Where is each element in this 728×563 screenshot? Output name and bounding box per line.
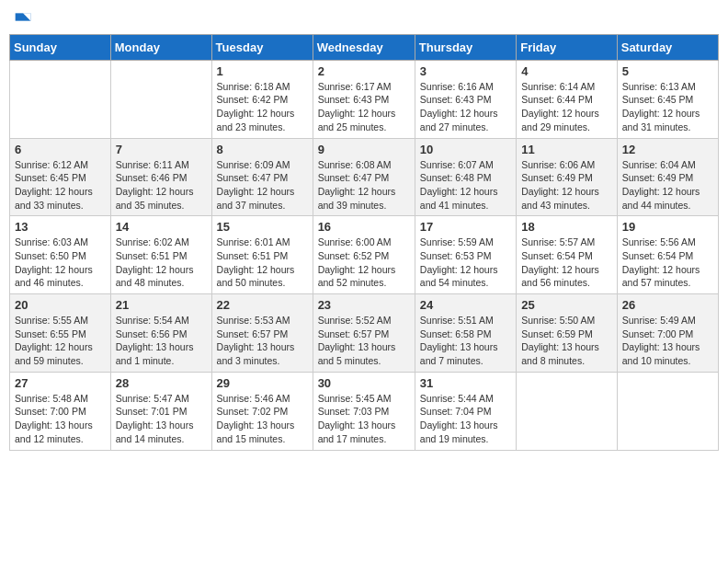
- calendar-cell: 2Sunrise: 6:17 AM Sunset: 6:43 PM Daylig…: [313, 60, 415, 138]
- day-number: 24: [420, 298, 511, 312]
- weekday-header-saturday: Saturday: [617, 34, 718, 60]
- day-info: Sunrise: 6:01 AM Sunset: 6:51 PM Dayligh…: [217, 236, 308, 290]
- day-info: Sunrise: 6:16 AM Sunset: 6:43 PM Dayligh…: [420, 80, 511, 134]
- day-number: 31: [420, 376, 511, 390]
- day-number: 28: [116, 376, 207, 390]
- day-number: 14: [116, 220, 207, 234]
- calendar-cell: [517, 372, 618, 450]
- calendar-cell: 8Sunrise: 6:09 AM Sunset: 6:47 PM Daylig…: [211, 138, 313, 216]
- day-info: Sunrise: 6:14 AM Sunset: 6:44 PM Dayligh…: [521, 80, 612, 134]
- calendar-cell: 6Sunrise: 6:12 AM Sunset: 6:45 PM Daylig…: [10, 138, 111, 216]
- calendar-cell: 18Sunrise: 5:57 AM Sunset: 6:54 PM Dayli…: [517, 216, 618, 294]
- weekday-header-wednesday: Wednesday: [313, 34, 415, 60]
- day-number: 3: [420, 64, 511, 78]
- logo-general-text: [13, 9, 32, 29]
- day-info: Sunrise: 6:17 AM Sunset: 6:43 PM Dayligh…: [318, 80, 410, 134]
- day-info: Sunrise: 6:13 AM Sunset: 6:45 PM Dayligh…: [622, 80, 713, 134]
- day-number: 18: [521, 220, 612, 234]
- calendar-cell: 21Sunrise: 5:54 AM Sunset: 6:56 PM Dayli…: [110, 294, 211, 373]
- calendar-cell: 24Sunrise: 5:51 AM Sunset: 6:58 PM Dayli…: [415, 294, 516, 373]
- calendar-cell: 28Sunrise: 5:47 AM Sunset: 7:01 PM Dayli…: [110, 372, 211, 450]
- day-number: 12: [622, 143, 713, 156]
- calendar-cell: [10, 60, 111, 138]
- day-number: 17: [420, 220, 511, 234]
- calendar-cell: 31Sunrise: 5:44 AM Sunset: 7:04 PM Dayli…: [415, 372, 516, 450]
- calendar-cell: 23Sunrise: 5:52 AM Sunset: 6:57 PM Dayli…: [313, 294, 415, 373]
- day-number: 9: [318, 143, 410, 156]
- weekday-header-thursday: Thursday: [415, 34, 516, 60]
- calendar-cell: [617, 372, 718, 450]
- calendar-table: SundayMondayTuesdayWednesdayThursdayFrid…: [9, 34, 719, 451]
- day-info: Sunrise: 5:49 AM Sunset: 7:00 PM Dayligh…: [622, 314, 713, 368]
- calendar-week-row: 13Sunrise: 6:03 AM Sunset: 6:50 PM Dayli…: [10, 216, 719, 294]
- calendar-week-row: 1Sunrise: 6:18 AM Sunset: 6:42 PM Daylig…: [10, 60, 719, 138]
- calendar-cell: 9Sunrise: 6:08 AM Sunset: 6:47 PM Daylig…: [313, 138, 415, 216]
- day-info: Sunrise: 5:52 AM Sunset: 6:57 PM Dayligh…: [318, 314, 410, 368]
- day-info: Sunrise: 6:11 AM Sunset: 6:46 PM Dayligh…: [116, 158, 207, 213]
- day-number: 13: [15, 220, 106, 234]
- day-number: 4: [521, 64, 612, 78]
- calendar-cell: 11Sunrise: 6:06 AM Sunset: 6:49 PM Dayli…: [517, 138, 618, 216]
- calendar-cell: 29Sunrise: 5:46 AM Sunset: 7:02 PM Dayli…: [211, 372, 313, 450]
- calendar-cell: 3Sunrise: 6:16 AM Sunset: 6:43 PM Daylig…: [415, 60, 516, 138]
- calendar-cell: 22Sunrise: 5:53 AM Sunset: 6:57 PM Dayli…: [211, 294, 313, 373]
- day-number: 25: [521, 298, 612, 312]
- day-info: Sunrise: 5:50 AM Sunset: 6:59 PM Dayligh…: [521, 314, 612, 368]
- day-info: Sunrise: 5:57 AM Sunset: 6:54 PM Dayligh…: [521, 236, 612, 290]
- calendar-cell: 15Sunrise: 6:01 AM Sunset: 6:51 PM Dayli…: [211, 216, 313, 294]
- day-number: 30: [318, 376, 410, 390]
- day-number: 2: [318, 64, 410, 78]
- day-number: 23: [318, 298, 410, 312]
- calendar-week-row: 27Sunrise: 5:48 AM Sunset: 7:00 PM Dayli…: [10, 372, 719, 450]
- calendar-cell: 5Sunrise: 6:13 AM Sunset: 6:45 PM Daylig…: [617, 60, 718, 138]
- page-header: [9, 9, 719, 29]
- weekday-header-tuesday: Tuesday: [211, 34, 313, 60]
- day-number: 27: [15, 376, 106, 390]
- day-info: Sunrise: 5:46 AM Sunset: 7:02 PM Dayligh…: [217, 392, 308, 446]
- day-number: 21: [116, 298, 207, 312]
- day-number: 8: [217, 143, 308, 156]
- day-number: 6: [15, 143, 106, 156]
- day-info: Sunrise: 6:04 AM Sunset: 6:49 PM Dayligh…: [622, 158, 713, 213]
- day-number: 1: [217, 64, 308, 78]
- day-number: 7: [116, 143, 207, 156]
- day-info: Sunrise: 5:44 AM Sunset: 7:04 PM Dayligh…: [420, 392, 511, 446]
- day-info: Sunrise: 5:48 AM Sunset: 7:00 PM Dayligh…: [15, 392, 106, 446]
- day-number: 22: [217, 298, 308, 312]
- day-info: Sunrise: 6:06 AM Sunset: 6:49 PM Dayligh…: [521, 158, 612, 213]
- calendar-cell: 19Sunrise: 5:56 AM Sunset: 6:54 PM Dayli…: [617, 216, 718, 294]
- calendar-cell: 16Sunrise: 6:00 AM Sunset: 6:52 PM Dayli…: [313, 216, 415, 294]
- calendar-cell: 7Sunrise: 6:11 AM Sunset: 6:46 PM Daylig…: [110, 138, 211, 216]
- day-info: Sunrise: 5:51 AM Sunset: 6:58 PM Dayligh…: [420, 314, 511, 368]
- calendar-cell: 30Sunrise: 5:45 AM Sunset: 7:03 PM Dayli…: [313, 372, 415, 450]
- day-info: Sunrise: 6:00 AM Sunset: 6:52 PM Dayligh…: [318, 236, 410, 290]
- weekday-header-sunday: Sunday: [10, 34, 111, 60]
- day-info: Sunrise: 5:59 AM Sunset: 6:53 PM Dayligh…: [420, 236, 511, 290]
- calendar-cell: 25Sunrise: 5:50 AM Sunset: 6:59 PM Dayli…: [517, 294, 618, 373]
- day-info: Sunrise: 6:02 AM Sunset: 6:51 PM Dayligh…: [116, 236, 207, 290]
- calendar-week-row: 6Sunrise: 6:12 AM Sunset: 6:45 PM Daylig…: [10, 138, 719, 216]
- day-number: 26: [622, 298, 713, 312]
- day-info: Sunrise: 5:53 AM Sunset: 6:57 PM Dayligh…: [217, 314, 308, 368]
- calendar-cell: 20Sunrise: 5:55 AM Sunset: 6:55 PM Dayli…: [10, 294, 111, 373]
- weekday-header-monday: Monday: [110, 34, 211, 60]
- day-number: 10: [420, 143, 511, 156]
- calendar-cell: 10Sunrise: 6:07 AM Sunset: 6:48 PM Dayli…: [415, 138, 516, 216]
- day-info: Sunrise: 5:55 AM Sunset: 6:55 PM Dayligh…: [15, 314, 106, 368]
- day-info: Sunrise: 6:03 AM Sunset: 6:50 PM Dayligh…: [15, 236, 106, 290]
- logo-flag-icon: [14, 10, 32, 29]
- calendar-cell: 13Sunrise: 6:03 AM Sunset: 6:50 PM Dayli…: [10, 216, 111, 294]
- day-info: Sunrise: 5:56 AM Sunset: 6:54 PM Dayligh…: [622, 236, 713, 290]
- calendar-week-row: 20Sunrise: 5:55 AM Sunset: 6:55 PM Dayli…: [10, 294, 719, 373]
- day-number: 20: [15, 298, 106, 312]
- calendar-cell: 12Sunrise: 6:04 AM Sunset: 6:49 PM Dayli…: [617, 138, 718, 216]
- day-info: Sunrise: 6:09 AM Sunset: 6:47 PM Dayligh…: [217, 158, 308, 213]
- calendar-cell: 27Sunrise: 5:48 AM Sunset: 7:00 PM Dayli…: [10, 372, 111, 450]
- day-number: 15: [217, 220, 308, 234]
- day-number: 29: [217, 376, 308, 390]
- calendar-cell: [110, 60, 211, 138]
- day-info: Sunrise: 6:18 AM Sunset: 6:42 PM Dayligh…: [217, 80, 308, 134]
- day-number: 11: [521, 143, 612, 156]
- weekday-header-friday: Friday: [517, 34, 618, 60]
- day-number: 5: [622, 64, 713, 78]
